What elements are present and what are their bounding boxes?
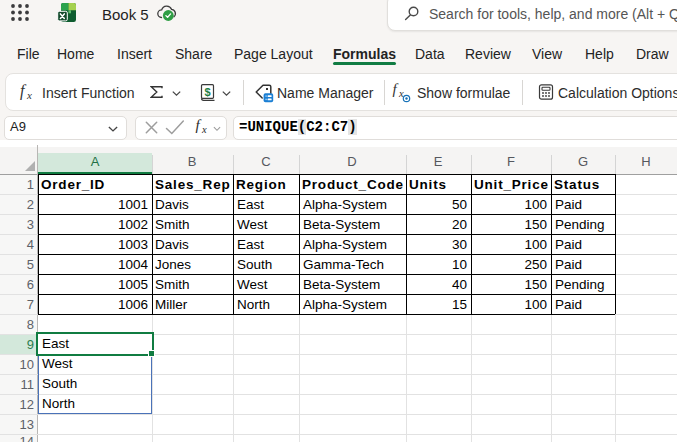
svg-text:x: x xyxy=(26,89,32,101)
svg-text:f: f xyxy=(196,117,202,133)
svg-text:$: $ xyxy=(204,86,210,98)
svg-text:x: x xyxy=(201,124,207,135)
svg-text:f: f xyxy=(20,82,27,100)
svg-text:f: f xyxy=(393,81,399,97)
